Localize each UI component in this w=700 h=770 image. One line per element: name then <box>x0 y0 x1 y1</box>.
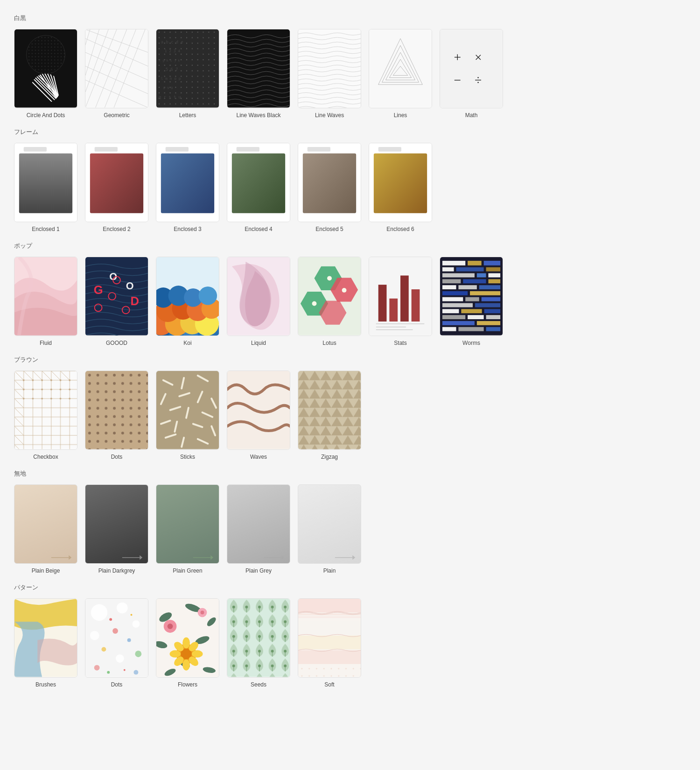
list-item[interactable]: Line Waves Black <box>227 29 290 119</box>
thumb-soft[interactable] <box>298 598 361 678</box>
list-item[interactable]: Enclosed 2 <box>85 143 148 232</box>
section-title-pop: ポップ <box>14 242 686 250</box>
thumb-koi[interactable] <box>156 257 219 336</box>
svg-text:×: × <box>475 50 482 64</box>
list-item[interactable]: Dots <box>85 371 148 460</box>
list-item[interactable]: Enclosed 1 <box>14 143 77 232</box>
list-item[interactable]: Plain Beige <box>14 484 77 574</box>
thumb-waves-brown[interactable] <box>227 371 290 450</box>
item-label: Plain Darkgrey <box>98 567 135 574</box>
thumb-worms[interactable] <box>440 257 503 336</box>
list-item[interactable]: Soft <box>298 598 361 688</box>
thumb-fluid[interactable] <box>14 257 77 336</box>
thumb-linewaves-black[interactable] <box>227 29 290 108</box>
thumb-enclosed2[interactable] <box>85 143 148 222</box>
list-item[interactable]: Enclosed 5 <box>298 143 361 232</box>
thumb-brushes[interactable] <box>14 598 77 678</box>
thumb-seeds[interactable] <box>227 598 290 678</box>
list-item[interactable]: Plain <box>298 484 361 574</box>
thumb-liquid[interactable] <box>227 257 290 336</box>
list-item[interactable]: a b c d e 1 2 3 4 f g h i j k 5 6 7 l m … <box>156 29 219 119</box>
thumb-lotus[interactable] <box>298 257 361 336</box>
section-pop: ポップ Fluid <box>14 242 686 346</box>
list-item[interactable]: Plain Green <box>156 484 219 574</box>
thumb-dots-pattern[interactable] <box>85 598 148 678</box>
list-item[interactable]: Circle And Dots <box>14 29 77 119</box>
list-item[interactable]: Flowers <box>156 598 219 688</box>
list-item[interactable]: Stats <box>369 257 432 346</box>
svg-point-178 <box>60 398 62 399</box>
list-item[interactable]: Plain Grey <box>227 484 290 574</box>
list-item[interactable]: Seeds <box>227 598 290 688</box>
thumb-stats[interactable] <box>369 257 432 336</box>
list-item[interactable]: Line Waves <box>298 29 361 119</box>
list-item[interactable]: Enclosed 4 <box>227 143 290 232</box>
grid-pattern: Brushes <box>14 598 686 688</box>
thumb-plain-darkgrey[interactable] <box>85 484 148 564</box>
thumb-enclosed6[interactable] <box>369 143 432 222</box>
thumb-linewaves-white[interactable] <box>298 29 361 108</box>
svg-rect-114 <box>484 261 500 266</box>
list-item[interactable]: Dots <box>85 598 148 688</box>
list-item[interactable]: Lotus <box>298 257 361 346</box>
thumb-enclosed3[interactable] <box>156 143 219 222</box>
svg-point-228 <box>109 618 112 621</box>
thumb-geometric[interactable] <box>85 29 148 108</box>
list-item[interactable]: Koi <box>156 257 219 346</box>
thumb-flowers[interactable] <box>156 598 219 678</box>
svg-rect-263 <box>298 621 361 635</box>
item-label: Koi <box>183 340 191 346</box>
thumb-plain-grey[interactable] <box>227 484 290 564</box>
list-item[interactable]: Zigzag <box>298 371 361 460</box>
thumb-enclosed4[interactable] <box>227 143 290 222</box>
list-item[interactable]: Geometric <box>85 29 148 119</box>
thumb-sticks-brown[interactable] <box>156 371 219 450</box>
svg-rect-265 <box>298 650 361 664</box>
list-item[interactable]: Checkbox <box>14 371 77 460</box>
list-item[interactable]: Enclosed 3 <box>156 143 219 232</box>
section-title-plain: 無地 <box>14 469 686 478</box>
item-label: Plain Green <box>173 567 202 574</box>
svg-point-101 <box>342 288 347 293</box>
svg-point-173 <box>69 388 70 390</box>
svg-point-165 <box>50 379 52 381</box>
thumb-checkbox-brown[interactable] <box>14 371 77 450</box>
svg-rect-258 <box>227 599 290 677</box>
list-item[interactable]: Brushes <box>14 598 77 688</box>
thumb-math[interactable]: + × − ÷ <box>440 29 503 108</box>
item-label: GOOOD <box>106 340 127 346</box>
thumb-plain[interactable] <box>298 484 361 564</box>
list-item[interactable]: Liquid <box>227 257 290 346</box>
list-item[interactable]: Fluid <box>14 257 77 346</box>
list-item[interactable]: Waves <box>227 371 290 460</box>
list-item[interactable]: + × − ÷ Math <box>440 29 503 119</box>
thumb-enclosed1[interactable] <box>14 143 77 222</box>
thumb-enclosed5[interactable] <box>298 143 361 222</box>
thumb-letters[interactable]: a b c d e 1 2 3 4 f g h i j k 5 6 7 l m … <box>156 29 219 108</box>
svg-rect-262 <box>298 616 361 618</box>
thumb-lines[interactable] <box>369 29 432 108</box>
svg-point-229 <box>131 614 133 616</box>
thumb-zigzag-brown[interactable] <box>298 371 361 450</box>
thumb-goood[interactable]: G O O D <box>85 257 148 336</box>
svg-rect-201 <box>227 371 290 449</box>
thumb-plain-beige[interactable] <box>14 484 77 564</box>
list-item[interactable]: Sticks <box>156 371 219 460</box>
list-item[interactable]: Worms <box>440 257 503 346</box>
thumb-dots-brown[interactable] <box>85 371 148 450</box>
section-title-frame: フレーム <box>14 128 686 136</box>
svg-rect-267 <box>298 664 361 677</box>
list-item[interactable]: G O O D GOOOD <box>85 257 148 346</box>
grid-monochrome: Circle And Dots <box>14 29 686 119</box>
svg-rect-182 <box>85 371 148 449</box>
item-label: Plain <box>323 567 336 574</box>
thumb-circle-dots[interactable] <box>14 29 77 108</box>
list-item[interactable]: Enclosed 6 <box>369 143 432 232</box>
svg-marker-208 <box>140 555 142 560</box>
svg-rect-135 <box>461 309 482 313</box>
section-title-pattern: パターン <box>14 583 686 592</box>
list-item[interactable]: Plain Darkgrey <box>85 484 148 574</box>
list-item[interactable]: Lines <box>369 29 432 119</box>
thumb-plain-green[interactable] <box>156 484 219 564</box>
svg-point-245 <box>170 650 181 658</box>
